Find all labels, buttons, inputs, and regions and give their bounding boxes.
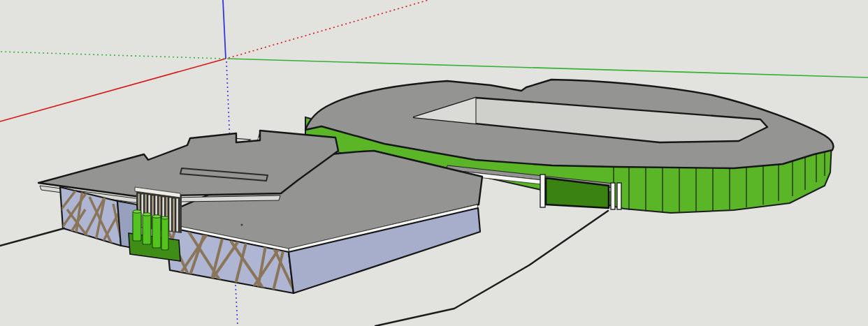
column-cylinder[interactable]: [161, 218, 168, 250]
entrance-left-post[interactable]: [540, 175, 545, 207]
cylinder-top: [143, 213, 151, 216]
cylinder-top: [152, 215, 161, 218]
slat-bar: [169, 198, 171, 231]
column-cylinder[interactable]: [133, 212, 141, 241]
cylinder-top: [161, 216, 168, 219]
entrance-right-post-2[interactable]: [617, 183, 621, 209]
slat-bar: [176, 198, 178, 232]
column-cylinder[interactable]: [152, 216, 161, 248]
slat-bar: [173, 198, 175, 232]
viewport-canvas[interactable]: [0, 0, 868, 326]
entrance-right-post-1[interactable]: [611, 183, 615, 209]
roof-speck: [240, 223, 243, 225]
column-cylinder[interactable]: [143, 214, 151, 244]
cylinder-top: [133, 210, 141, 213]
